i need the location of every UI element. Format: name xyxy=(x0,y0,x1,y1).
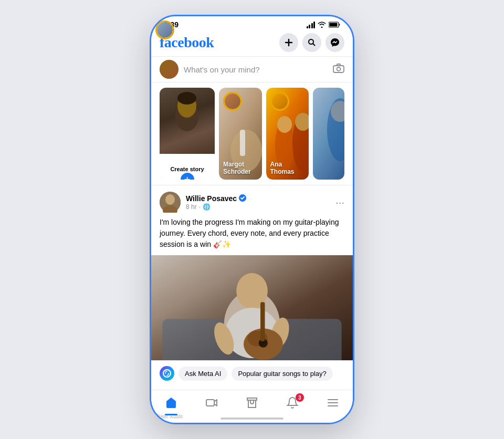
post-input-bar: What's on your mind? xyxy=(151,56,353,82)
post-more-button[interactable]: ··· xyxy=(335,196,344,208)
svg-point-2 xyxy=(309,39,313,44)
svg-point-15 xyxy=(277,116,292,133)
stories-section: + Create story xyxy=(151,82,353,185)
post-user-avatar xyxy=(160,192,181,213)
create-story-bg xyxy=(160,88,215,154)
messenger-icon xyxy=(330,38,340,47)
status-icons xyxy=(307,22,341,28)
story-ana-avatar-ring xyxy=(270,92,289,111)
story-person-silhouette xyxy=(160,88,215,154)
post-image-svg xyxy=(151,255,353,360)
camera-icon[interactable] xyxy=(333,64,344,76)
svg-rect-11 xyxy=(240,130,245,156)
nav-video[interactable] xyxy=(199,394,224,411)
story-ana-name: Ana Thomas xyxy=(270,161,305,175)
svg-point-21 xyxy=(165,194,175,205)
post-image xyxy=(151,255,353,360)
feed: Willie Posavec 8 hr · 🌐 xyxy=(151,185,353,390)
nav-marketplace[interactable] xyxy=(239,394,265,411)
marketplace-icon xyxy=(246,396,258,409)
post-header: Willie Posavec 8 hr · 🌐 xyxy=(151,185,353,217)
search-button[interactable] xyxy=(302,33,321,52)
create-story-card[interactable]: + Create story xyxy=(160,88,215,180)
nav-home[interactable] xyxy=(159,394,184,411)
plus-icon xyxy=(285,38,293,47)
app-header: facebook xyxy=(151,31,353,56)
story-reem-bg xyxy=(313,88,344,180)
post-card: Willie Posavec 8 hr · 🌐 xyxy=(151,185,353,386)
post-meta: 8 hr · 🌐 xyxy=(186,203,330,211)
svg-rect-3 xyxy=(333,66,344,72)
phone-frame: 2:39 xyxy=(150,15,354,424)
user-avatar xyxy=(160,60,178,79)
story-margot-name: Margot Schroder xyxy=(223,161,258,175)
nav-menu[interactable] xyxy=(320,394,345,411)
svg-point-4 xyxy=(337,67,341,71)
post-text: I'm loving the progress I'm making on my… xyxy=(151,217,353,255)
post-placeholder-text[interactable]: What's on your mind? xyxy=(184,65,328,74)
svg-point-8 xyxy=(177,92,196,104)
phone-screen: 2:39 xyxy=(151,16,353,423)
svg-rect-1 xyxy=(330,23,338,27)
story-reem[interactable]: Reer Kum xyxy=(313,88,344,180)
menu-icon xyxy=(327,396,339,409)
home-icon xyxy=(165,396,177,409)
meta-ai-bar: Ask Meta AI Popular guitar songs to play… xyxy=(151,360,353,386)
add-button[interactable] xyxy=(279,33,298,52)
home-bar xyxy=(220,417,284,420)
post-user-info: Willie Posavec 8 hr · 🌐 xyxy=(186,194,330,211)
verified-badge xyxy=(239,194,246,203)
svg-point-35 xyxy=(163,370,171,377)
story-ana[interactable]: Ana Thomas xyxy=(266,88,309,180)
battery-icon xyxy=(329,22,340,28)
messenger-button[interactable] xyxy=(326,33,344,52)
video-icon xyxy=(205,396,218,409)
status-bar: 2:39 xyxy=(151,16,353,31)
story-margot-avatar xyxy=(225,93,240,109)
avatar-image xyxy=(160,60,178,79)
svg-rect-36 xyxy=(206,400,214,406)
signal-icon xyxy=(307,22,316,28)
nav-active-indicator xyxy=(165,414,177,415)
story-margot-avatar-ring xyxy=(223,92,242,111)
ask-meta-ai-button[interactable]: Ask Meta AI xyxy=(178,367,227,381)
notification-badge: 3 xyxy=(296,393,304,402)
svg-rect-34 xyxy=(260,302,265,341)
meta-ai-logo xyxy=(160,366,174,381)
meta-ai-suggestion-button[interactable]: Popular guitar songs to play? xyxy=(232,367,332,381)
wifi-icon xyxy=(318,22,326,28)
search-icon xyxy=(308,38,316,47)
header-actions xyxy=(279,33,344,52)
story-ana-avatar xyxy=(272,93,288,109)
nav-notifications[interactable]: 3 xyxy=(280,394,305,411)
post-username: Willie Posavec xyxy=(186,194,330,203)
story-margot[interactable]: Margot Schroder xyxy=(219,88,262,180)
